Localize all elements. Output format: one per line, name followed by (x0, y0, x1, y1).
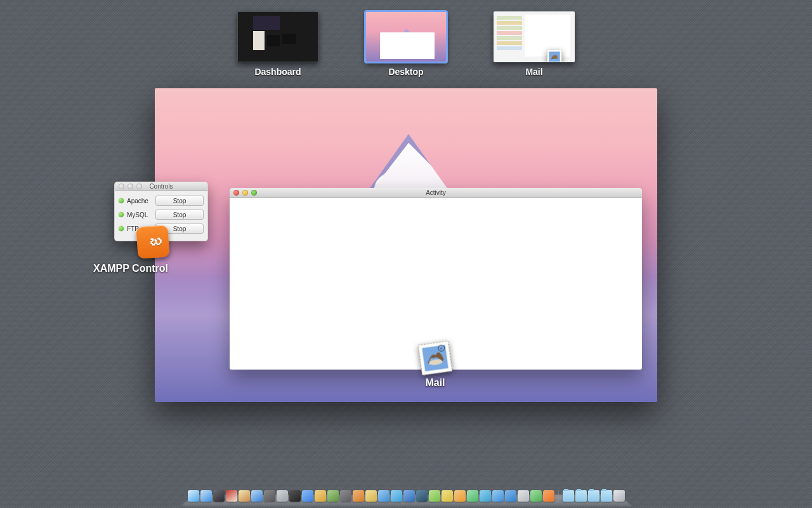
service-name: Apache (127, 197, 152, 204)
dock-app-finder[interactable] (188, 490, 199, 502)
dock-folder1-icon[interactable] (563, 490, 574, 502)
dock-app-u5[interactable] (391, 490, 402, 502)
dock-app-u3[interactable] (365, 490, 377, 502)
service-row-mysql: MySQL Stop (119, 208, 204, 222)
dock-app-u12[interactable] (530, 490, 542, 502)
dock-app-u2[interactable] (353, 490, 364, 502)
dock-app-u11[interactable] (518, 490, 529, 502)
xampp-icon-glyph: ဃ (146, 232, 160, 251)
stop-button-mysql[interactable]: Stop (155, 210, 204, 220)
activity-titlebar[interactable]: Activity (230, 188, 642, 198)
dock-app-itunes[interactable] (302, 490, 313, 502)
space-mail-thumb (494, 11, 575, 62)
space-mail[interactable]: Mail (494, 11, 575, 77)
mail-stamp-icon (546, 49, 563, 62)
space-desktop[interactable]: Desktop (365, 11, 447, 77)
service-name: MySQL (127, 211, 152, 218)
space-desktop-label: Desktop (388, 67, 423, 77)
space-dashboard-thumb (237, 11, 318, 62)
dock-app-notes[interactable] (239, 490, 250, 502)
status-dot-icon (119, 198, 124, 203)
dock-folder3-icon[interactable] (588, 490, 599, 502)
dock-app-imovie[interactable] (315, 490, 326, 502)
mail-app-group[interactable]: ✉ Mail (419, 342, 452, 389)
dock-app-u7[interactable] (442, 490, 453, 502)
close-icon[interactable] (119, 184, 124, 189)
dock-app-ps[interactable] (416, 490, 428, 502)
dock-app-u8[interactable] (454, 490, 466, 502)
dock-folder4-icon[interactable] (601, 490, 612, 502)
dock-icons (188, 490, 625, 507)
space-dashboard-label: Dashboard (254, 67, 301, 77)
dock-app-safari2[interactable] (251, 490, 263, 502)
dock-app-photo[interactable] (264, 490, 275, 502)
dock-app-dropbox[interactable] (505, 490, 516, 502)
mail-app-label: Mail (425, 377, 445, 389)
activity-title: Activity (230, 189, 642, 196)
mail-stamp-icon: ✉ (417, 340, 454, 377)
status-dot-icon (119, 226, 124, 231)
close-icon[interactable] (233, 190, 239, 196)
xampp-app-icon[interactable]: ဃ (136, 225, 169, 258)
stop-button-apache[interactable]: Stop (155, 196, 204, 206)
dock-app-u4[interactable] (378, 490, 390, 502)
dock-trash-icon[interactable] (613, 490, 625, 502)
dock-app-u9[interactable] (467, 490, 478, 502)
dock-app-u10[interactable] (480, 490, 491, 502)
minimize-icon[interactable] (242, 190, 248, 196)
status-dot-icon (119, 212, 124, 217)
service-row-apache: Apache Stop (119, 194, 204, 208)
desktop-preview[interactable]: Activity (155, 88, 657, 402)
dock (0, 483, 812, 508)
dock-app-mission[interactable] (213, 490, 225, 502)
space-mail-label: Mail (525, 67, 542, 77)
dock-folder2-icon[interactable] (575, 490, 587, 502)
spaces-row: Dashboard Desktop Mail (0, 11, 812, 77)
dock-app-app[interactable] (327, 490, 339, 502)
dock-separator (558, 490, 559, 503)
dock-app-calendar[interactable] (226, 490, 237, 502)
space-dashboard[interactable]: Dashboard (237, 11, 318, 77)
dock-app-safari[interactable] (200, 490, 212, 502)
zoom-icon[interactable] (136, 184, 142, 189)
minimize-icon[interactable] (128, 184, 133, 189)
dock-app-term[interactable] (289, 490, 301, 502)
space-desktop-thumb (365, 11, 447, 62)
dock-app-u1[interactable] (340, 490, 351, 502)
dock-app-pref[interactable] (277, 490, 288, 502)
dock-app-u6[interactable] (429, 490, 440, 502)
dock-app-word[interactable] (403, 490, 415, 502)
zoom-icon[interactable] (251, 190, 257, 196)
xampp-titlebar[interactable]: Controls (115, 182, 207, 191)
dock-app-spotify[interactable] (492, 490, 504, 502)
dock-app-xampp[interactable] (543, 490, 554, 502)
